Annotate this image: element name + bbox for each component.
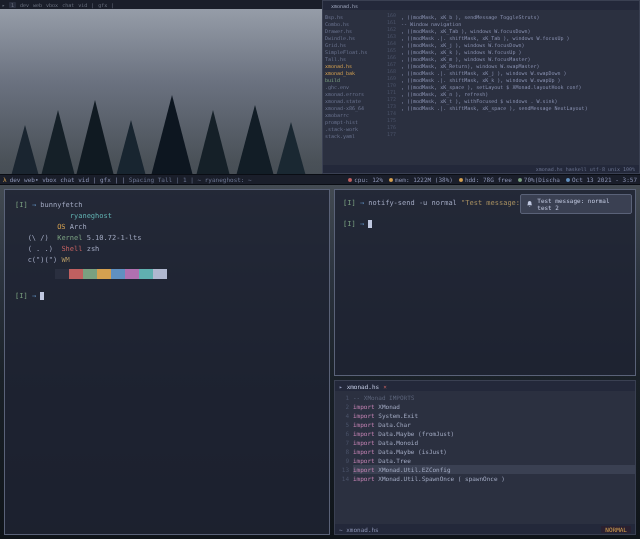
- bell-icon: [526, 200, 533, 208]
- line-gutter: 1601611621631641651661671681691701711721…: [381, 12, 399, 163]
- code-area-2[interactable]: -- XMonad IMPORTSimport XMonadimport Sys…: [353, 393, 635, 522]
- terminal-right[interactable]: [I] → notify-send -u normal "Test messag…: [334, 189, 636, 376]
- top-editor-window[interactable]: xmonad.hs Bsp.hsCombo.hsDrawer.hsDwindle…: [322, 0, 640, 174]
- cursor-icon: [40, 292, 44, 300]
- xmobar-main: λ dev web• vbox chat vid | gfx | | Spaci…: [0, 174, 640, 185]
- color-palette: [55, 269, 319, 279]
- top-xmobar-1: ▸1devwebvboxchatvid|gfx|: [0, 0, 322, 9]
- terminal-left[interactable]: [I] → bunnyfetch ryaneghost OS Arch (\ /…: [4, 189, 330, 535]
- editor-tabs: xmonad.hs: [323, 1, 639, 10]
- editor-tab-active[interactable]: xmonad.hs: [327, 3, 362, 9]
- notification-popup[interactable]: Test message: normal test 2: [520, 194, 632, 214]
- bottom-editor-window[interactable]: ▸ xmonad.hs × 124567891314 -- XMonad IMP…: [334, 380, 636, 535]
- top-left-wallpaper-area: ▸1devwebvboxchatvid|gfx|: [0, 0, 322, 174]
- tab-close-icon[interactable]: ×: [383, 383, 387, 390]
- editor2-statusbar: ~ xmonad.hs NORMAL: [335, 524, 635, 534]
- hdd-stat: hdd: 78G free: [459, 176, 512, 183]
- editor-statusbar: xmonad.hs haskell utf-8 unix 100%: [323, 165, 639, 173]
- window-title: | 1 | ~ ryaneghost: ~: [176, 176, 252, 183]
- editor2-tab[interactable]: xmonad.hs: [347, 383, 380, 390]
- layout-name: Spacing Tall: [129, 176, 172, 183]
- cursor-icon: [368, 220, 372, 228]
- file-tree[interactable]: Bsp.hsCombo.hsDrawer.hsDwindle.hsGrid.hs…: [323, 12, 381, 163]
- cpu-stat: cpu: 12%: [348, 176, 383, 183]
- code-area[interactable]: , ((modMask, xK_b ), sendMessage ToggleS…: [399, 12, 639, 163]
- battery-stat: 70%(Discha: [518, 176, 560, 183]
- datetime: Oct 13 2021 - 3:57: [566, 176, 637, 183]
- line-gutter-2: 124567891314: [335, 393, 353, 522]
- editor2-tabs: ▸ xmonad.hs ×: [335, 381, 635, 391]
- workspace-list[interactable]: dev web• vbox chat vid | gfx |: [10, 176, 118, 183]
- vim-mode-badge: NORMAL: [601, 526, 631, 533]
- xmonad-logo-icon: λ: [3, 176, 7, 183]
- mem-stat: mem: 1222M (38%): [389, 176, 453, 183]
